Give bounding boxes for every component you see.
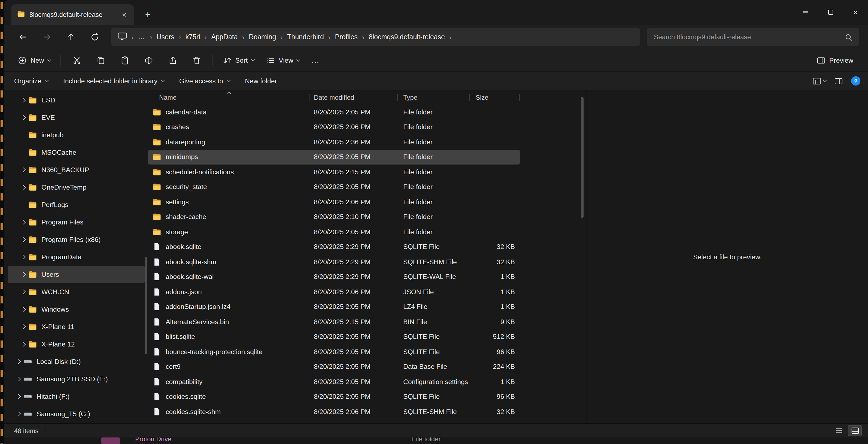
expand-chevron-icon[interactable] xyxy=(20,325,27,328)
sort-button[interactable]: Sort xyxy=(217,51,260,69)
breadcrumb-chevron-icon[interactable]: › xyxy=(205,33,207,41)
expand-chevron-icon[interactable] xyxy=(20,186,27,189)
breadcrumb-chevron-icon[interactable]: › xyxy=(449,33,452,41)
file-row[interactable]: bounce-tracking-protection.sqlite 8/20/2… xyxy=(148,344,520,359)
sidebar-item-programdata[interactable]: ProgramData xyxy=(8,248,145,266)
background-window-sliver[interactable]: Proton Drive File folder xyxy=(4,438,868,444)
sidebar-item-users[interactable]: Users xyxy=(8,266,145,283)
expand-chevron-icon[interactable] xyxy=(15,360,22,363)
file-row[interactable]: abook.sqlite 8/20/2025 2:29 PM SQLITE Fi… xyxy=(148,240,520,254)
breadcrumb-overflow-button[interactable]: … xyxy=(138,33,146,41)
include-in-library-menu[interactable]: Include selected folder in library xyxy=(63,77,164,85)
sidebar-item-samsung-t5-g[interactable]: Samsung_T5 (G:) xyxy=(8,405,145,423)
minimize-button[interactable] xyxy=(793,0,818,24)
copy-button[interactable] xyxy=(89,51,113,69)
breadcrumb-segment[interactable]: AppData › xyxy=(211,33,249,41)
breadcrumb-segment-label[interactable]: Thunderbird xyxy=(287,33,324,41)
breadcrumb-segment-label[interactable]: Roaming xyxy=(249,33,276,41)
help-button[interactable]: ? xyxy=(851,76,860,86)
file-row[interactable]: minidumps 8/20/2025 2:05 PM File folder xyxy=(148,150,520,164)
sidebar-item-hitachi-f[interactable]: Hitachi (F:) xyxy=(8,388,145,405)
more-options-button[interactable]: … xyxy=(306,51,325,69)
file-row[interactable]: cert9 8/20/2025 2:05 PM Data Base File 2… xyxy=(148,359,520,374)
file-row[interactable]: scheduled-notifications 8/20/2025 2:15 P… xyxy=(148,164,520,180)
refresh-button[interactable] xyxy=(84,28,106,46)
explorer-tab[interactable]: 8locmqs9.default-release × xyxy=(11,4,134,25)
this-pc-icon[interactable] xyxy=(118,32,127,42)
file-row[interactable]: compatibility 8/20/2025 2:05 PM Configur… xyxy=(148,374,520,389)
close-button[interactable]: × xyxy=(843,0,868,24)
sidebar-item-n360-backup[interactable]: N360_BACKUP xyxy=(8,161,145,179)
file-row[interactable]: crashes 8/20/2025 2:06 PM File folder xyxy=(148,120,520,134)
expand-chevron-icon[interactable] xyxy=(20,116,27,119)
large-icons-view-toggle[interactable] xyxy=(848,425,862,436)
show-preview-pane-button[interactable] xyxy=(834,76,843,85)
sidebar-item-x-plane-11[interactable]: X-Plane 11 xyxy=(8,318,145,336)
back-button[interactable] xyxy=(12,28,34,46)
details-view-toggle[interactable] xyxy=(832,425,845,436)
change-view-button[interactable] xyxy=(812,76,826,85)
share-button[interactable] xyxy=(161,51,185,69)
sidebar-item-onedrivetemp[interactable]: OneDriveTemp xyxy=(8,179,145,196)
breadcrumb-chevron-icon[interactable]: › xyxy=(280,33,283,41)
expand-chevron-icon[interactable] xyxy=(20,221,27,224)
expand-chevron-icon[interactable] xyxy=(20,308,27,311)
column-header-size[interactable]: Size xyxy=(470,90,520,104)
file-row[interactable]: security_state 8/20/2025 2:05 PM File fo… xyxy=(148,180,520,194)
breadcrumb-chevron-icon[interactable]: › xyxy=(179,33,181,41)
file-row[interactable]: cookies.sqlite 8/20/2025 2:05 PM SQLITE … xyxy=(148,389,520,404)
file-row[interactable]: storage 8/20/2025 2:05 PM File folder xyxy=(148,224,520,240)
expand-chevron-icon[interactable] xyxy=(20,343,27,346)
file-row[interactable]: abook.sqlite-wal 8/20/2025 2:29 PM SQLIT… xyxy=(148,269,520,284)
breadcrumb-segment[interactable]: k75ri › xyxy=(185,33,211,41)
breadcrumb-segment[interactable]: Roaming › xyxy=(249,33,287,41)
give-access-to-menu[interactable]: Give access to xyxy=(179,77,230,85)
breadcrumb-segment[interactable]: Users › xyxy=(156,33,185,41)
search-box[interactable] xyxy=(647,28,859,46)
expand-chevron-icon[interactable] xyxy=(20,291,27,294)
sidebar-item-perflogs[interactable]: PerfLogs xyxy=(8,196,145,214)
expand-chevron-icon[interactable] xyxy=(15,395,22,398)
sidebar-item-esd[interactable]: ESD xyxy=(8,92,145,109)
file-row[interactable]: calendar-data 8/20/2025 2:05 PM File fol… xyxy=(148,104,520,120)
address-bar[interactable]: › … › Users › k75ri › AppData › Roaming … xyxy=(111,28,640,46)
scrollbar-thumb[interactable] xyxy=(581,97,584,218)
file-row[interactable]: cookies.sqlite-shm 8/20/2025 2:06 PM SQL… xyxy=(148,404,520,419)
file-row[interactable]: datareporting 8/20/2025 2:36 PM File fol… xyxy=(148,134,520,150)
new-button[interactable]: New xyxy=(12,51,57,69)
expand-chevron-icon[interactable] xyxy=(20,256,27,259)
sidebar-item-local-disk-d[interactable]: Local Disk (D:) xyxy=(8,353,145,371)
new-folder-button[interactable]: New folder xyxy=(245,77,277,85)
file-row[interactable]: settings 8/20/2025 2:06 PM File folder xyxy=(148,194,520,210)
file-row[interactable]: shader-cache 8/20/2025 2:10 PM File fold… xyxy=(148,210,520,224)
sidebar-item-program-files[interactable]: Program Files xyxy=(8,214,145,231)
breadcrumb-chevron-icon[interactable]: › xyxy=(242,33,245,41)
expand-chevron-icon[interactable] xyxy=(15,378,22,381)
rename-button[interactable] xyxy=(137,51,161,69)
column-header-type[interactable]: Type xyxy=(398,90,470,104)
forward-button[interactable] xyxy=(36,28,58,46)
sidebar-scrollbar[interactable] xyxy=(145,257,147,354)
breadcrumb-segment-label[interactable]: k75ri xyxy=(185,33,200,41)
breadcrumb-segment-label[interactable]: 8locmqs9.default-release xyxy=(369,33,445,41)
file-list-scrollbar[interactable] xyxy=(579,90,586,423)
preview-toggle-button[interactable]: Preview xyxy=(811,51,859,69)
expand-chevron-icon[interactable] xyxy=(20,99,27,102)
search-input[interactable] xyxy=(654,33,844,41)
sidebar-item-inetpub[interactable]: inetpub xyxy=(8,126,145,144)
file-row[interactable]: addonStartup.json.lz4 8/20/2025 2:05 PM … xyxy=(148,299,520,314)
search-icon[interactable] xyxy=(844,33,853,41)
up-button[interactable] xyxy=(60,28,82,46)
column-header-name[interactable]: Name xyxy=(148,90,309,104)
breadcrumb-segment[interactable]: 8locmqs9.default-release › xyxy=(369,33,456,41)
cut-button[interactable] xyxy=(65,51,89,69)
sidebar-item-msocache[interactable]: MSOCache xyxy=(8,144,145,161)
sidebar-item-eve[interactable]: EVE xyxy=(8,109,145,126)
titlebar[interactable]: 8locmqs9.default-release × + × xyxy=(4,0,868,25)
expand-chevron-icon[interactable] xyxy=(15,413,22,416)
file-row[interactable]: addons.json 8/20/2025 2:06 PM JSON File … xyxy=(148,284,520,299)
maximize-button[interactable] xyxy=(818,0,843,24)
breadcrumb-chevron-icon[interactable]: › xyxy=(362,33,365,41)
sidebar-item-program-files-x86[interactable]: Program Files (x86) xyxy=(8,231,145,248)
expand-chevron-icon[interactable] xyxy=(20,169,27,171)
